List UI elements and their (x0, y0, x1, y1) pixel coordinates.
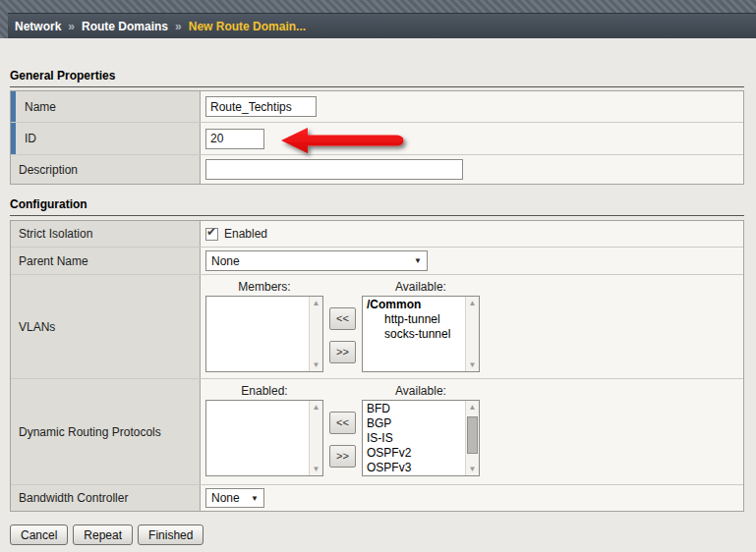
scroll-down-icon[interactable]: ▼ (310, 360, 322, 369)
vlans-members-listbox[interactable]: ▲ ▼ (205, 296, 323, 372)
route-domain-page: Network » Route Domains » New Route Doma… (0, 0, 756, 552)
description-input[interactable] (205, 159, 463, 180)
breadcrumb-separator-icon: » (68, 20, 75, 33)
breadcrumb-network-link[interactable]: Network (15, 20, 61, 33)
scroll-down-icon[interactable]: ▼ (466, 360, 479, 369)
name-row: Name (11, 91, 743, 122)
list-item[interactable]: OSPFv3 (363, 461, 465, 475)
name-label: Name (11, 91, 201, 122)
breadcrumb-route-domains-link[interactable]: Route Domains (82, 20, 168, 33)
scroll-down-icon[interactable]: ▼ (466, 465, 479, 473)
configuration-heading: Configuration (10, 197, 744, 216)
parent-name-row: Parent Name None ▼ (11, 247, 743, 274)
routing-enabled-scrollbar[interactable]: ▲ ▼ (309, 401, 322, 475)
bandwidth-controller-selected-value: None (211, 491, 240, 505)
cancel-button[interactable]: Cancel (10, 524, 68, 545)
vlans-move-right-button[interactable]: >> (329, 341, 356, 363)
bandwidth-controller-label: Bandwidth Controller (11, 485, 201, 511)
dropdown-arrow-icon: ▼ (251, 494, 259, 503)
vlans-available-title: Available: (362, 280, 480, 296)
parent-name-selected-value: None (211, 254, 240, 268)
routing-move-left-button[interactable]: << (329, 412, 356, 434)
id-label: ID (11, 123, 201, 154)
scroll-down-icon[interactable]: ▼ (310, 465, 322, 473)
vlans-move-left-button[interactable]: << (329, 307, 356, 330)
strict-isolation-option-label: Enabled (224, 227, 267, 241)
strict-isolation-row: Strict Isolation ✔ Enabled (11, 221, 743, 247)
bandwidth-controller-row: Bandwidth Controller None ▼ (11, 484, 743, 511)
name-input[interactable] (205, 96, 317, 117)
vlans-members-scrollbar[interactable]: ▲ ▼ (309, 297, 322, 371)
scrollbar-thumb[interactable] (467, 416, 478, 454)
dynamic-routing-label: Dynamic Routing Protocols (11, 379, 201, 484)
id-row: ID (11, 122, 743, 154)
list-item[interactable]: http-tunnel (363, 312, 465, 327)
vlans-label: VLANs (11, 275, 201, 378)
vlans-members-title: Members: (205, 280, 323, 296)
scroll-up-icon[interactable]: ▲ (310, 403, 322, 412)
list-item[interactable]: BFD (363, 402, 465, 416)
required-marker (11, 123, 16, 154)
routing-available-listbox[interactable]: BFD BGP IS-IS OSPFv2 OSPFv3 ▲ ▼ (362, 400, 480, 476)
description-row: Description (11, 154, 743, 184)
parent-name-select[interactable]: None ▼ (205, 250, 428, 271)
breadcrumb: Network » Route Domains » New Route Doma… (8, 13, 756, 38)
configuration-table: Strict Isolation ✔ Enabled Parent Name N… (10, 220, 744, 512)
list-item[interactable]: /Common (363, 298, 465, 312)
vlans-row: VLANs Members: ▲ ▼ << >> (11, 274, 743, 378)
vlans-available-scrollbar[interactable]: ▲ ▼ (465, 297, 479, 371)
dropdown-arrow-icon: ▼ (414, 256, 422, 265)
list-item[interactable]: OSPFv2 (363, 446, 465, 461)
checkmark-icon: ✔ (206, 225, 216, 239)
routing-enabled-listbox[interactable]: ▲ ▼ (205, 400, 323, 476)
description-label: Description (11, 155, 201, 184)
parent-name-label: Parent Name (11, 248, 201, 274)
footer-button-bar: Cancel Repeat Finished (10, 524, 204, 545)
strict-isolation-checkbox[interactable]: ✔ (205, 228, 218, 241)
header-stripe-band: Network » Route Domains » New Route Doma… (0, 0, 756, 38)
finished-button[interactable]: Finished (138, 524, 204, 545)
list-item[interactable]: BGP (363, 416, 465, 431)
routing-available-scrollbar[interactable]: ▲ ▼ (465, 401, 479, 475)
list-item[interactable]: IS-IS (363, 431, 465, 446)
vlans-available-listbox[interactable]: /Common http-tunnel socks-tunnel ▲ ▼ (362, 296, 480, 372)
repeat-button[interactable]: Repeat (73, 524, 133, 545)
routing-available-title: Available: (362, 384, 480, 400)
breadcrumb-separator-icon: » (175, 20, 182, 33)
general-properties-heading: General Properties (10, 69, 744, 87)
routing-enabled-title: Enabled: (205, 384, 323, 400)
required-marker (11, 91, 16, 122)
scroll-up-icon[interactable]: ▲ (466, 299, 479, 307)
scroll-up-icon[interactable]: ▲ (310, 299, 322, 307)
breadcrumb-current-page: New Route Domain... (189, 20, 306, 33)
bandwidth-controller-select[interactable]: None ▼ (205, 488, 264, 508)
scroll-up-icon[interactable]: ▲ (466, 403, 479, 412)
dynamic-routing-row: Dynamic Routing Protocols Enabled: ▲ ▼ <… (11, 378, 743, 484)
general-properties-table: Name ID Description (10, 90, 744, 185)
strict-isolation-label: Strict Isolation (11, 221, 201, 247)
id-input[interactable] (205, 129, 264, 149)
routing-move-right-button[interactable]: >> (329, 445, 356, 468)
list-item[interactable]: socks-tunnel (363, 327, 465, 342)
